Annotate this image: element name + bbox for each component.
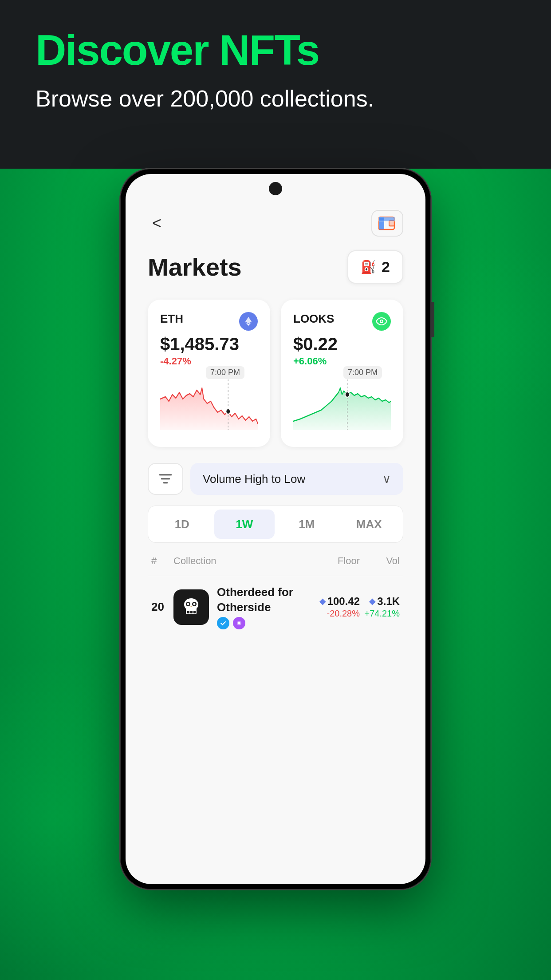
header-section: Discover NFTs Browse over 200,000 collec…: [35, 27, 374, 115]
sort-dropdown[interactable]: Volume High to Low ∨: [190, 463, 403, 495]
looks-chart: 7:00 PM: [293, 372, 391, 435]
phone-frame: <: [120, 169, 431, 889]
gas-badge[interactable]: ⛽ 2: [347, 250, 403, 284]
eth-vol-icon: ◆: [369, 597, 375, 606]
tab-max[interactable]: MAX: [339, 510, 400, 539]
collection-floor: ◆ 100.42 -20.28%: [302, 595, 360, 619]
svg-point-7: [226, 409, 230, 414]
phone-mockup: <: [120, 169, 431, 889]
svg-point-11: [345, 392, 349, 397]
collection-name-area: Otherdeed for Otherside: [217, 585, 302, 629]
vol-amount-value: ◆ 3.1K: [360, 595, 400, 608]
svg-point-23: [238, 622, 240, 624]
svg-point-17: [187, 603, 189, 605]
verified-badge: [217, 617, 229, 629]
screen-content: <: [126, 174, 425, 884]
filter-icon: [158, 471, 173, 486]
svg-rect-21: [193, 611, 196, 613]
collection-avatar: [173, 589, 209, 625]
svg-point-9: [381, 320, 382, 322]
looks-tooltip: 7:00 PM: [343, 366, 382, 379]
collection-name: Otherdeed for Otherside: [217, 585, 302, 615]
col-vol-header: Vol: [360, 555, 400, 567]
top-navigation: <: [148, 209, 403, 237]
markets-title: Markets: [148, 253, 242, 281]
gas-price: 2: [382, 258, 390, 276]
looks-price: $0.22: [293, 334, 391, 354]
page-title: Discover NFTs: [35, 27, 374, 74]
sort-label: Volume High to Low: [203, 472, 305, 486]
purple-badge: [233, 617, 245, 629]
row-rank: 20: [151, 600, 173, 614]
chevron-down-icon: ∨: [382, 472, 391, 486]
eth-tooltip: 7:00 PM: [206, 366, 244, 379]
looks-card-header: LOOKS: [293, 312, 391, 331]
eth-diamond-icon: ◆: [319, 597, 326, 606]
eth-price-change: -4.27%: [160, 356, 258, 367]
wallet-button[interactable]: [371, 210, 403, 237]
eth-card-header: ETH: [160, 312, 258, 331]
looks-price-change: +6.06%: [293, 356, 391, 367]
eth-price: $1,485.73: [160, 334, 258, 354]
page-subtitle: Browse over 200,000 collections.: [35, 83, 374, 115]
table-header: # Collection Floor Vol: [148, 555, 403, 567]
svg-rect-20: [190, 611, 193, 613]
wallet-icon: [378, 215, 396, 231]
filter-row: Volume High to Low ∨: [148, 463, 403, 495]
svg-point-18: [193, 603, 196, 605]
looks-price-card[interactable]: LOOKS $0.22: [281, 300, 403, 447]
collection-badges: [217, 617, 302, 629]
looks-symbol: LOOKS: [293, 312, 334, 326]
col-collection-header: Collection: [173, 555, 302, 567]
col-hash-header: #: [151, 555, 173, 567]
eth-icon: [239, 312, 258, 331]
floor-price-value: ◆ 100.42: [302, 595, 360, 608]
vol-change: +74.21%: [360, 609, 400, 619]
markets-header: Markets ⛽ 2: [148, 250, 403, 284]
phone-screen: <: [126, 174, 425, 884]
svg-rect-19: [187, 611, 189, 613]
floor-change: -20.28%: [302, 609, 360, 619]
gas-icon: ⛽: [361, 260, 376, 274]
eth-price-card[interactable]: ETH $1,485.73 -4.27%: [148, 300, 270, 447]
eth-symbol: ETH: [160, 312, 183, 326]
col-floor-header: Floor: [302, 555, 360, 567]
tab-1w[interactable]: 1W: [214, 510, 275, 539]
looks-icon: [372, 312, 391, 331]
table-row[interactable]: 20: [148, 576, 403, 638]
collection-volume: ◆ 3.1K +74.21%: [360, 595, 400, 619]
filter-button[interactable]: [148, 463, 183, 495]
eth-chart: 7:00 PM: [160, 372, 258, 435]
price-cards-container: ETH $1,485.73 -4.27%: [148, 300, 403, 447]
camera-notch: [269, 182, 282, 195]
tab-1m[interactable]: 1M: [276, 510, 337, 539]
tab-1d[interactable]: 1D: [152, 510, 213, 539]
back-button[interactable]: <: [148, 209, 166, 237]
time-tabs-container: 1D 1W 1M MAX: [148, 506, 403, 543]
svg-rect-4: [379, 217, 395, 221]
